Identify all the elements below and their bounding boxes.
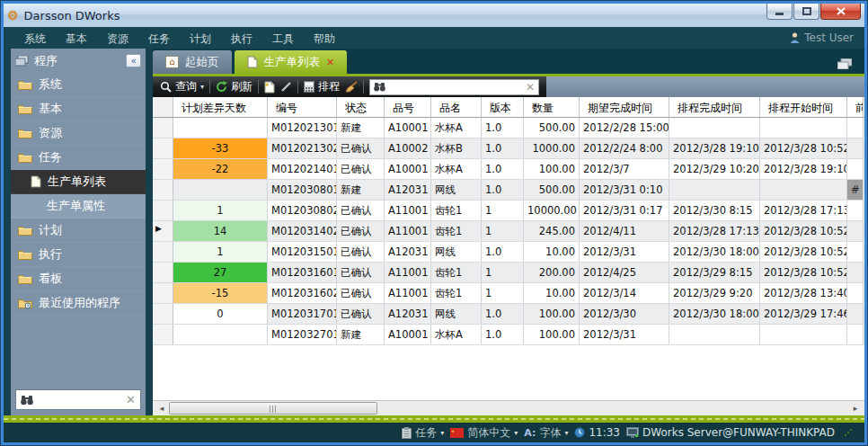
cell-ver[interactable]: 1.0 [482,118,524,138]
cell-qty[interactable]: 200.00 [524,263,580,283]
cell-status[interactable]: 已确认 [337,304,385,325]
cell-pn[interactable]: A10002 [385,138,431,159]
cell-send[interactable]: 2012/3/30 18:00 [669,304,760,325]
cell-pn[interactable]: A10001 [385,325,431,345]
cell-diff[interactable]: 1 [173,201,268,221]
cell-expect[interactable]: 2012/3/31 0:17 [580,201,669,221]
new-record-button[interactable]: ✦ [264,76,275,97]
cell-sstart[interactable] [760,180,847,201]
cell-status[interactable]: 已确认 [337,283,385,304]
cell-id[interactable]: M012032701 [268,325,337,345]
cell-send[interactable]: 2012/3/30 8:15 [669,201,760,221]
cell-expect[interactable]: 2012/3/7 [580,159,669,180]
cell-name[interactable]: 水杯A [431,325,482,345]
row-selector[interactable] [153,325,173,345]
sidebar-search[interactable]: ✕ [15,389,141,410]
column-header[interactable]: 状态 [337,97,385,117]
cell-expect[interactable]: 2012/2/24 8:00 [580,138,669,159]
table-row[interactable]: M012032701新建A10001水杯A1.0100.002012/3/31 [153,325,864,345]
cell-status[interactable]: 新建 [337,325,385,345]
sidebar-item[interactable]: 生产单列表 [11,170,146,194]
cell-ver[interactable]: 1 [482,221,524,242]
cell-name[interactable]: 水杯B [431,138,482,159]
row-selector[interactable] [153,283,173,304]
cell-expect[interactable]: 2012/3/14 [580,283,669,304]
cell-extra[interactable] [847,118,864,138]
cell-extra[interactable] [847,325,864,345]
cell-pn[interactable]: A12031 [385,242,431,263]
cell-sstart[interactable]: 2012/3/28 13:40 [760,283,847,304]
cell-qty[interactable]: 245.00 [524,221,580,242]
cell-extra[interactable] [847,201,864,221]
cell-status[interactable]: 已确认 [337,201,385,221]
cell-id[interactable]: M012031402 [268,221,337,242]
cell-diff[interactable] [173,180,268,201]
cell-id[interactable]: M012031601 [268,263,337,283]
menu-item-8[interactable]: 帮助 [304,32,345,45]
resize-grip[interactable] [845,429,852,436]
cell-expect[interactable]: 2012/3/31 [580,325,669,345]
cell-id[interactable]: M012031701 [268,304,337,325]
cell-extra[interactable] [847,263,864,283]
cell-expect[interactable]: 2012/3/31 [580,242,669,263]
sidebar-item[interactable]: 系统 [11,73,146,97]
table-row[interactable]: M012021301新建A10001水杯A1.0500.002012/2/28 … [153,118,864,138]
tab-inactive[interactable]: ⌂起始页 [153,50,232,74]
sidebar-item[interactable]: 最近使用的程序 [11,291,146,316]
scroll-right-icon[interactable]: ▸ [848,401,863,415]
cell-sstart[interactable]: 2012/3/28 17:13 [760,201,847,221]
table-row[interactable]: 27M012031601已确认A11001齿轮11200.002012/4/25… [153,263,864,283]
cell-diff[interactable]: 0 [173,304,268,325]
cell-diff[interactable]: 14 [173,221,268,242]
cell-qty[interactable]: 1000.00 [524,138,580,159]
cell-status[interactable]: 新建 [337,180,385,201]
sidebar-item[interactable]: 生产单属性 [11,194,146,219]
column-header[interactable]: 品号 [385,97,431,117]
window-list-icon[interactable] [837,58,864,69]
cell-extra[interactable] [847,138,864,159]
cell-extra[interactable] [847,221,864,242]
cell-ver[interactable]: 1.0 [482,242,524,263]
cell-pn[interactable]: A10001 [385,118,431,138]
sidebar-search-clear-icon[interactable]: ✕ [126,393,136,406]
sidebar-item[interactable]: 基本 [11,97,146,121]
cell-id[interactable]: M012021401 [268,159,337,180]
menu-item-7[interactable]: 工具 [262,32,304,45]
cell-extra[interactable]: # [847,180,864,201]
cell-sstart[interactable] [760,118,847,138]
cell-name[interactable]: 水杯A [431,159,482,180]
cell-diff[interactable] [173,325,268,345]
cell-status[interactable]: 已确认 [337,138,385,159]
scroll-left-icon[interactable]: ◂ [155,401,169,415]
cell-qty[interactable]: 100.00 [524,304,580,325]
cell-id[interactable]: M012031501 [268,242,337,263]
row-selector[interactable] [153,138,173,159]
current-row-marker[interactable]: ▶ [153,221,173,242]
row-selector[interactable] [153,201,173,221]
cell-extra[interactable] [847,283,864,304]
cell-send[interactable]: 2012/3/28 17:13 [669,221,760,242]
column-header[interactable]: 计划差异天数 [173,97,268,117]
sidebar-item[interactable]: 看板 [11,267,146,291]
sidebar-item[interactable]: 计划 [11,219,146,243]
cell-name[interactable]: 齿轮1 [431,221,482,242]
cell-qty[interactable]: 10000.00 [524,201,580,221]
menu-item-6[interactable]: 执行 [221,32,262,45]
maximize-button[interactable] [793,4,819,20]
cell-id[interactable]: M012021301 [268,118,337,138]
cell-expect[interactable]: 2012/3/30 [580,304,669,325]
cell-status[interactable]: 新建 [337,118,385,138]
horizontal-scrollbar[interactable]: ◂ ▸ [153,400,864,415]
cell-pn[interactable]: A12031 [385,180,431,201]
cell-send[interactable]: 2012/3/30 18:00 [669,242,760,263]
cell-extra[interactable] [847,242,864,263]
cell-diff[interactable]: -33 [173,138,268,159]
cell-id[interactable]: M012030802 [268,201,337,221]
cell-name[interactable]: 网线 [431,242,482,263]
cell-qty[interactable]: 100.00 [524,159,580,180]
cell-send[interactable]: 2012/3/29 8:15 [669,263,760,283]
table-row[interactable]: -33M012021302已确认A10002水杯B1.01000.002012/… [153,138,864,159]
cell-qty[interactable]: 10.00 [524,283,580,304]
cell-ver[interactable]: 1 [482,201,524,221]
sidebar-collapse-button[interactable]: « [126,54,141,67]
